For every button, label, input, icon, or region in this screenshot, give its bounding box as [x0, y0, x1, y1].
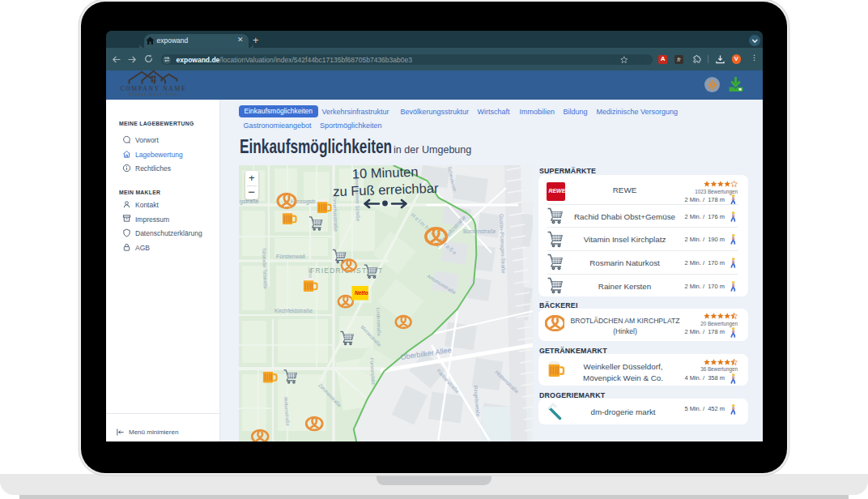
svg-text:zu Fuß erreichbar: zu Fuß erreichbar: [332, 181, 438, 199]
svg-text:10 Minuten: 10 Minuten: [351, 165, 418, 181]
svg-text:Fürstenwall: Fürstenwall: [276, 254, 305, 259]
svg-text:gstraße: gstraße: [240, 198, 259, 205]
svg-text:Kirchfeldstraße: Kirchfeldstraße: [274, 308, 313, 313]
svg-text:Lindenstraße: Lindenstraße: [376, 308, 381, 337]
svg-text:Netto: Netto: [355, 290, 368, 296]
svg-text:Slogan Goes Here: Slogan Goes Here: [129, 92, 177, 96]
svg-text:Bunsenstraße: Bunsenstraße: [463, 228, 496, 234]
